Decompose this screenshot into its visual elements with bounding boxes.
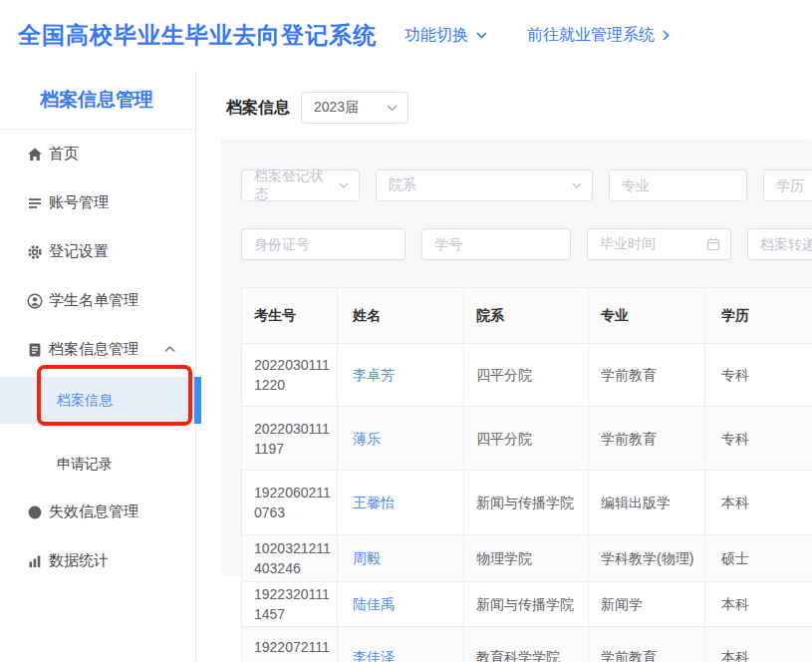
list-icon <box>27 195 43 211</box>
student-name-link[interactable]: 陆佳禹 <box>353 596 395 612</box>
topbar-nav: 功能切换 前往就业管理系统 <box>405 25 670 46</box>
id-number-input[interactable] <box>254 229 395 259</box>
major-cell: 学前教育 <box>589 407 705 471</box>
degree-input[interactable] <box>776 170 812 200</box>
exam-no-cell: 19220602110763 <box>242 471 338 535</box>
main-content: 档案信息 2023届 档案登记状态 院系 <box>196 70 812 662</box>
archive-transfer-input[interactable] <box>760 229 812 259</box>
sidebar-item-label: 首页 <box>49 145 79 164</box>
student-name-link[interactable]: 薄乐 <box>353 431 381 447</box>
sidebar-subitem-archive-info[interactable]: 档案信息 <box>0 377 195 424</box>
home-icon <box>27 147 43 163</box>
table-row: 19220602110763 王馨怡 新闻与传播学院 编辑出版学 本科 <box>242 471 812 535</box>
sidebar-item-label: 账号管理 <box>49 193 109 212</box>
student-number-input-box <box>421 228 571 260</box>
sidebar-item-label: 失效信息管理 <box>49 502 138 521</box>
sidebar-item-label: 数据统计 <box>49 551 109 570</box>
major-cell: 学前教育 <box>589 344 705 407</box>
student-name-link[interactable]: 李佳泽 <box>353 649 395 662</box>
dept-cell: 四平分院 <box>464 407 589 471</box>
student-name-link[interactable]: 李卓芳 <box>353 367 395 383</box>
chevron-down-icon <box>572 182 582 188</box>
id-number-input-box <box>241 228 406 260</box>
sidebar-item-settings[interactable]: 登记设置 <box>0 227 195 276</box>
filter-row-1: 档案登记状态 院系 <box>241 169 812 201</box>
exam-no-cell: 19220721110147 <box>242 627 338 662</box>
major-cell: 学科教学(物理) <box>589 535 705 582</box>
main-header: 档案信息 2023届 <box>196 70 812 124</box>
exam-no-cell: 20220301111220 <box>242 344 338 407</box>
circle-icon <box>27 504 43 520</box>
degree-cell: 硕士 <box>705 535 812 582</box>
archive-table: 考生号 姓名 院系 专业 学历 20220301111220 李卓芳 四平分院 <box>241 287 812 662</box>
page-title: 档案信息 <box>226 98 290 119</box>
sidebar-title: 档案信息管理 <box>0 70 195 130</box>
major-cell: 编辑出版学 <box>589 471 705 535</box>
degree-cell: 本科 <box>705 582 812 627</box>
sidebar-subitem-label: 档案信息 <box>57 392 113 410</box>
sidebar-item-students[interactable]: 学生名单管理 <box>0 276 195 325</box>
sidebar-subitem-label: 申请记录 <box>57 456 113 474</box>
exam-no-cell: 20220301111197 <box>242 407 338 471</box>
col-header-degree: 学历 <box>705 288 812 344</box>
sidebar-item-home[interactable]: 首页 <box>0 130 195 178</box>
dept-cell: 新闻与传播学院 <box>464 582 589 627</box>
col-header-major: 专业 <box>589 288 705 344</box>
student-number-input[interactable] <box>434 229 560 259</box>
calendar-icon <box>706 237 720 251</box>
dept-cell: 物理学院 <box>464 535 589 582</box>
filter-row-2: 毕业时间 <box>241 228 812 260</box>
sidebar-item-label: 登记设置 <box>49 242 109 261</box>
department-select[interactable]: 院系 <box>376 169 593 201</box>
sidebar-item-label: 档案信息管理 <box>49 340 138 359</box>
dept-cell: 四平分院 <box>464 344 589 407</box>
goto-employment-system-link[interactable]: 前往就业管理系统 <box>527 25 670 46</box>
table-row: 20220301111197 薄乐 四平分院 学前教育 专科 <box>242 407 812 471</box>
document-icon <box>27 342 43 358</box>
chevron-down-icon <box>476 32 487 39</box>
graduation-date-picker[interactable]: 毕业时间 <box>587 228 731 260</box>
sidebar-item-invalid-info[interactable]: 失效信息管理 <box>0 488 195 536</box>
degree-cell: 本科 <box>705 471 812 535</box>
sidebar: 档案信息管理 首页 账号管理 <box>0 70 196 662</box>
major-input-box <box>609 169 747 201</box>
major-cell: 新闻学 <box>589 582 705 627</box>
content-panel: 档案登记状态 院系 <box>221 140 812 576</box>
goto-employment-label: 前往就业管理系统 <box>527 25 655 46</box>
active-item-indicator <box>194 377 201 424</box>
sidebar-item-statistics[interactable]: 数据统计 <box>0 536 195 585</box>
graduation-date-placeholder: 毕业时间 <box>600 235 656 253</box>
sidebar-item-label: 学生名单管理 <box>49 291 138 310</box>
table-row: 20220301111220 李卓芳 四平分院 学前教育 专科 <box>242 344 812 407</box>
dept-cell: 教育科学学院 <box>464 627 589 662</box>
department-placeholder: 院系 <box>389 176 416 194</box>
sidebar-item-archive-management[interactable]: 档案信息管理 <box>0 325 195 374</box>
chevron-down-icon <box>339 182 349 188</box>
archive-status-select[interactable]: 档案登记状态 <box>241 169 360 201</box>
table-row: 19223201111457 陆佳禹 新闻与传播学院 新闻学 本科 <box>242 582 812 627</box>
degree-cell: 本科 <box>705 627 812 662</box>
sidebar-subitem-apply-records[interactable]: 申请记录 <box>0 441 195 488</box>
table-row: 19220721110147 李佳泽 教育科学学院 学前教育 本科 <box>242 627 812 662</box>
dept-cell: 新闻与传播学院 <box>464 471 589 535</box>
users-icon <box>27 293 43 309</box>
archive-status-placeholder: 档案登记状态 <box>254 167 333 203</box>
bar-chart-icon <box>27 553 43 569</box>
chevron-up-icon <box>164 346 175 353</box>
student-name-link[interactable]: 周毅 <box>353 550 381 566</box>
topbar: 全国高校毕业生毕业去向登记系统 功能切换 前往就业管理系统 <box>0 0 812 70</box>
col-header-dept: 院系 <box>464 288 589 344</box>
sidebar-item-account[interactable]: 账号管理 <box>0 178 195 227</box>
exam-no-cell: 19223201111457 <box>242 582 338 627</box>
major-input[interactable] <box>622 170 736 200</box>
archive-transfer-input-box <box>747 228 812 260</box>
student-name-link[interactable]: 王馨怡 <box>353 495 395 510</box>
function-switch-label: 功能切换 <box>405 25 468 46</box>
function-switch-link[interactable]: 功能切换 <box>405 25 487 46</box>
cohort-select[interactable]: 2023届 <box>301 92 408 124</box>
col-header-exam-no: 考生号 <box>242 288 338 344</box>
chevron-right-icon <box>663 30 670 41</box>
app-title: 全国高校毕业生毕业去向登记系统 <box>18 20 377 51</box>
cohort-select-value: 2023届 <box>314 99 359 117</box>
col-header-name: 姓名 <box>338 288 464 344</box>
